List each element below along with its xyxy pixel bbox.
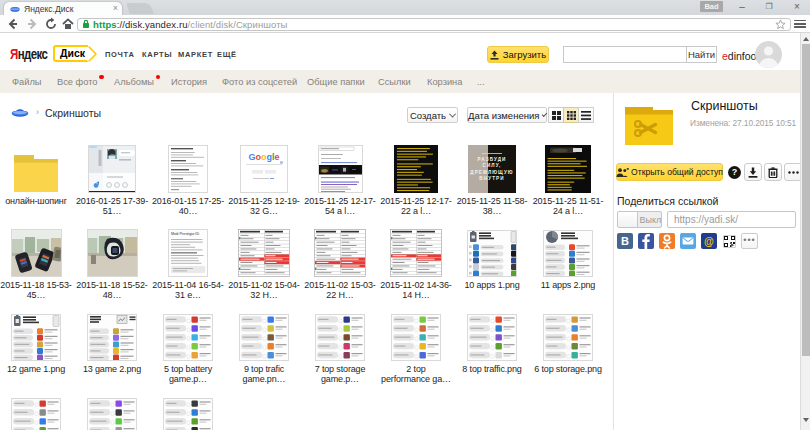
window-maximize-button[interactable]: ❐: [761, 0, 777, 14]
vk-share-icon[interactable]: В: [617, 233, 633, 249]
grid-file[interactable]: 7 top storagegame.p…: [303, 313, 377, 384]
grid-file[interactable]: [0, 397, 73, 430]
grid-file[interactable]: 8 top traffic.png: [455, 313, 529, 375]
grid-file[interactable]: [75, 397, 149, 430]
grid-file[interactable]: 2015-11-02 14-36-14 H…: [379, 229, 453, 300]
file-thumbnail[interactable]: [75, 397, 149, 430]
grid-file[interactable]: 2015-11-25 12-17-54 a l…: [303, 145, 377, 216]
avatar[interactable]: [755, 41, 782, 68]
search-input[interactable]: [563, 46, 687, 63]
file-thumbnail[interactable]: [151, 397, 225, 430]
breadcrumb[interactable]: Скриншоты: [45, 107, 101, 119]
grid-file[interactable]: 2015-11-25 11-51-24 a l…: [531, 145, 605, 216]
file-thumbnail[interactable]: [531, 229, 605, 277]
file-thumbnail[interactable]: [455, 313, 529, 361]
grid-folder[interactable]: онлайн-шопинг: [0, 145, 73, 207]
search-button[interactable]: Найти: [686, 46, 717, 63]
file-thumbnail[interactable]: [531, 145, 605, 193]
nav-item-6[interactable]: Общие папки: [307, 77, 365, 87]
scroll-up-icon[interactable]: [803, 37, 809, 41]
file-thumbnail[interactable]: [75, 229, 149, 277]
grid-file[interactable]: 11 apps 2.png: [531, 229, 605, 291]
grid-file[interactable]: 13 game 2.png: [75, 313, 149, 375]
nav-item-1[interactable]: Файлы: [12, 77, 42, 87]
grid-file[interactable]: 2016-01-25 17-39-51…: [75, 145, 149, 216]
home-button[interactable]: [61, 17, 75, 31]
grid-file[interactable]: 2015-11-18 15-53-45…: [0, 229, 73, 300]
nav-item-7[interactable]: Ссылки: [378, 77, 411, 87]
yandex-logo[interactable]: Яндекс: [10, 45, 47, 63]
file-thumbnail[interactable]: [75, 145, 149, 193]
file-thumbnail[interactable]: [303, 229, 377, 277]
open-shared-access-button[interactable]: Открыть общий доступ: [616, 163, 723, 181]
file-thumbnail[interactable]: [303, 145, 377, 193]
browser-menu-icon[interactable]: [794, 20, 806, 30]
address-bar[interactable]: https://disk.yandex.ru/client/disk/Скрин…: [77, 18, 791, 31]
grid-file[interactable]: 6 top storage.png: [531, 313, 605, 375]
grid-file[interactable]: РАЗБУДИСИЛУ,ДРЕМЛЮЩУЮВНУТРИ2015-11-25 11…: [455, 145, 529, 216]
file-thumbnail[interactable]: [0, 229, 73, 277]
nav-item-8[interactable]: Корзина: [427, 77, 462, 87]
grid-file[interactable]: 5 top batterygame.p…: [151, 313, 225, 384]
nav-item-4[interactable]: История: [171, 77, 207, 87]
file-thumbnail[interactable]: [75, 313, 149, 361]
tab-close-icon[interactable]: ×: [113, 4, 118, 13]
window-minimize-button[interactable]: –: [734, 0, 750, 14]
reload-button[interactable]: [44, 17, 58, 31]
facebook-share-icon[interactable]: [638, 233, 654, 249]
nav-item-3[interactable]: Альбомы: [114, 77, 154, 87]
service-link-esche[interactable]: ЕЩЁ: [217, 50, 237, 59]
new-tab-button[interactable]: [126, 3, 154, 14]
file-thumbnail[interactable]: [227, 229, 301, 277]
upload-button[interactable]: Загрузить: [487, 46, 549, 63]
file-thumbnail[interactable]: [0, 145, 73, 193]
file-thumbnail[interactable]: [303, 313, 377, 361]
share-link-input[interactable]: [667, 211, 796, 228]
grid-file[interactable]: 2015-11-25 12-17-22 a l…: [379, 145, 453, 216]
grid-file[interactable]: 9 top traficgame.pn…: [227, 313, 301, 384]
browser-tab[interactable]: Яндекс.Диск ×: [4, 2, 122, 15]
disk-breadcrumb-icon[interactable]: [11, 106, 29, 119]
nav-item-9[interactable]: ...: [477, 77, 485, 87]
grid-file[interactable]: 2 topperformance ga…: [379, 313, 453, 384]
file-thumbnail[interactable]: [151, 145, 225, 193]
page-scrollbar[interactable]: [800, 33, 810, 430]
grid-file[interactable]: 2015-11-02 15-03-22 H…: [303, 229, 377, 300]
mailru-share-icon[interactable]: @: [701, 233, 717, 249]
file-thumbnail[interactable]: [531, 313, 605, 361]
file-thumbnail[interactable]: [379, 313, 453, 361]
file-thumbnail[interactable]: Google: [227, 145, 301, 193]
grid-file[interactable]: 2016-01-15 17-25-40…: [151, 145, 225, 216]
share-toggle[interactable]: Выкл: [617, 211, 662, 228]
file-thumbnail[interactable]: [455, 229, 529, 277]
file-thumbnail[interactable]: [0, 313, 73, 361]
service-link-karty[interactable]: КАРТЫ: [142, 50, 172, 59]
window-close-button[interactable]: ×: [789, 0, 805, 14]
file-thumbnail[interactable]: [379, 145, 453, 193]
sort-button[interactable]: Дата изменения: [467, 107, 547, 123]
service-link-pochta[interactable]: ПОЧТА: [105, 50, 135, 59]
delete-button[interactable]: [764, 163, 782, 181]
scrollbar-thumb[interactable]: [802, 44, 810, 356]
file-thumbnail[interactable]: [379, 229, 453, 277]
nav-item-5[interactable]: Фото из соцсетей: [222, 77, 297, 87]
qr-code-icon[interactable]: [723, 235, 736, 248]
help-button[interactable]: ?: [728, 166, 741, 179]
more-socials-button[interactable]: •••: [741, 233, 758, 249]
view-small-tiles-button[interactable]: [563, 107, 579, 123]
username[interactable]: edinfoo: [722, 50, 756, 62]
nav-item-2[interactable]: Все фото: [57, 77, 98, 87]
service-link-market[interactable]: МАРКЕТ: [178, 50, 213, 59]
create-button[interactable]: Создать: [407, 107, 458, 123]
grid-file[interactable]: [151, 397, 225, 430]
file-thumbnail[interactable]: [0, 397, 73, 430]
grid-file[interactable]: Мой Prestigio ID2015-11-04 16-54-31 e…: [151, 229, 225, 300]
file-thumbnail[interactable]: РАЗБУДИСИЛУ,ДРЕМЛЮЩУЮВНУТРИ: [455, 145, 529, 193]
forward-button[interactable]: [25, 17, 39, 31]
file-thumbnail[interactable]: [227, 313, 301, 361]
file-thumbnail[interactable]: Мой Prestigio ID: [151, 229, 225, 277]
back-button[interactable]: [6, 17, 20, 31]
view-large-tiles-button[interactable]: [548, 107, 564, 123]
email-share-icon[interactable]: [680, 233, 696, 249]
view-list-button[interactable]: [578, 107, 594, 123]
